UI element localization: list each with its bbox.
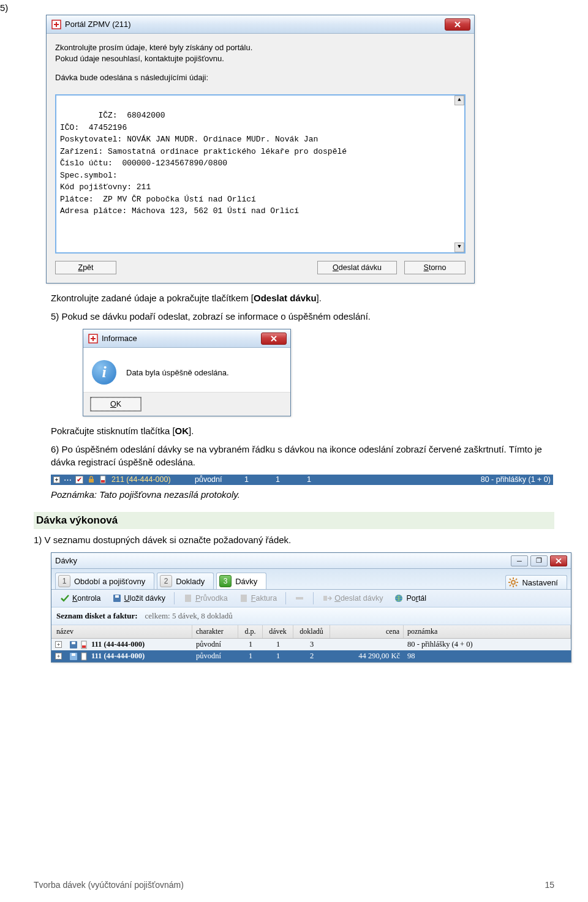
attach-icon bbox=[295, 593, 304, 603]
svg-rect-25 bbox=[82, 645, 86, 648]
row-name: 111 (44-444-000) bbox=[91, 640, 145, 649]
col-davek[interactable]: dávek bbox=[263, 625, 293, 638]
svg-rect-20 bbox=[323, 596, 327, 601]
tab-number-3: 3 bbox=[219, 575, 232, 587]
svg-rect-2 bbox=[89, 479, 94, 483]
doc-icon bbox=[99, 475, 108, 484]
window-title: Portál ZPMV (211) bbox=[65, 20, 131, 29]
expand-icon[interactable]: + bbox=[55, 641, 62, 648]
step-number-5: 5) bbox=[0, 2, 8, 13]
col-nazev[interactable]: název bbox=[51, 625, 192, 638]
tab-nastaveni[interactable]: Nastavení bbox=[505, 575, 567, 589]
tab-number-1: 1 bbox=[58, 575, 70, 587]
intro-line-3: Dávka bude odeslána s následujícími údaj… bbox=[55, 72, 466, 83]
info-message: Data byla úspěšně odeslána. bbox=[126, 368, 229, 377]
back-button[interactable]: Zpět bbox=[55, 261, 116, 274]
row-dp: 1 bbox=[238, 639, 263, 650]
scroll-up-button[interactable]: ▲ bbox=[454, 96, 464, 105]
row-davek: 1 bbox=[276, 475, 303, 484]
section-heading-vykonova: Dávka výkonová bbox=[34, 512, 554, 529]
info-close-button[interactable] bbox=[261, 333, 287, 345]
list-summary: celkem: 5 dávek, 8 dokladů bbox=[145, 611, 233, 621]
gear-icon bbox=[508, 577, 518, 587]
cancel-button[interactable]: Storno bbox=[404, 261, 466, 274]
info-icon: i bbox=[92, 360, 116, 385]
expand-icon[interactable]: + bbox=[53, 476, 60, 483]
toolbar-attach bbox=[290, 592, 309, 604]
row-character: původní bbox=[192, 639, 238, 650]
svg-rect-4 bbox=[101, 480, 105, 483]
row-cena bbox=[330, 644, 404, 645]
row-name: 211 (44-444-000) bbox=[111, 475, 191, 484]
toolbar: Kontrola Uložit dávky Průvodka Faktura bbox=[51, 590, 571, 607]
details-textarea[interactable]: IČZ: 68042000 IČO: 47452196 Poskytovatel… bbox=[55, 94, 466, 254]
close-button[interactable] bbox=[445, 18, 470, 31]
col-charakter[interactable]: charakter bbox=[192, 625, 238, 638]
tab-number-2: 2 bbox=[160, 575, 172, 587]
document-icon bbox=[183, 593, 193, 603]
doc-icon bbox=[80, 641, 89, 649]
svg-rect-29 bbox=[82, 657, 86, 660]
invoice-icon bbox=[239, 593, 249, 603]
row-dokladu: 3 bbox=[293, 639, 330, 650]
scroll-down-button[interactable]: ▼ bbox=[454, 242, 464, 252]
info-title-bar: Informace bbox=[83, 329, 290, 348]
paragraph-success-info: 5) Pokud se dávku podaří odeslat, zobraz… bbox=[51, 310, 554, 323]
check-icon bbox=[60, 593, 70, 603]
expand-icon[interactable]: + bbox=[55, 653, 62, 660]
row-davek: 1 bbox=[263, 651, 293, 661]
tab-obdobi-pojistovny[interactable]: 1 Období a pojišťovny bbox=[55, 573, 154, 589]
dialog-body: Zkontrolujte prosím údaje, které byly zí… bbox=[47, 34, 474, 283]
tab-doklady[interactable]: 2 Doklady bbox=[157, 573, 214, 589]
davky-window: Dávky ─ ❐ 1 Období a pojišťovny 2 Doklad… bbox=[51, 552, 571, 663]
toolbar-kontrola[interactable]: Kontrola bbox=[55, 592, 106, 604]
paragraph-after-send: 6) Po úspěšném odeslání dávky se na vybr… bbox=[51, 443, 554, 468]
details-content: IČZ: 68042000 IČO: 47452196 Poskytovatel… bbox=[60, 111, 347, 216]
toolbar-portal[interactable]: Portál bbox=[389, 592, 431, 604]
footer-page-number: 15 bbox=[545, 880, 554, 890]
toolbar-ulozit-davky[interactable]: Uložit dávky bbox=[107, 592, 170, 604]
minimize-button[interactable]: ─ bbox=[511, 555, 528, 566]
doc-icon bbox=[80, 652, 89, 661]
tab-davky[interactable]: 3 Dávky bbox=[216, 573, 266, 589]
globe-icon bbox=[394, 593, 404, 603]
app-icon bbox=[51, 20, 61, 29]
svg-line-11 bbox=[510, 579, 511, 580]
col-dp[interactable]: d.p. bbox=[238, 625, 263, 638]
svg-line-12 bbox=[516, 585, 517, 586]
col-poznamka[interactable]: poznámka bbox=[404, 625, 571, 638]
tree-row-selected[interactable]: + ⋯ ✔ 211 (44-444-000) původní 1 1 1 80 … bbox=[51, 475, 553, 485]
title-bar: Portál ZPMV (211) bbox=[47, 15, 474, 34]
row-dp: 1 bbox=[244, 475, 272, 484]
save-icon bbox=[112, 593, 122, 603]
row-poznamka: 80 - přihlášky (4 + 0) bbox=[404, 639, 571, 650]
toolbar-pruvodka: Průvodka bbox=[178, 592, 233, 604]
close-button[interactable] bbox=[550, 555, 567, 566]
lock-icon bbox=[87, 475, 96, 484]
disk-icon bbox=[69, 641, 78, 649]
svg-rect-17 bbox=[185, 595, 191, 602]
col-cena[interactable]: cena bbox=[330, 625, 404, 638]
intro-line-2: Pokud údaje nesouhlasí, kontaktujte poji… bbox=[55, 53, 466, 64]
davky-title: Dávky bbox=[55, 556, 77, 565]
intro-line-1: Zkontrolujte prosím údaje, které byly zí… bbox=[55, 42, 466, 53]
row-poznamka: 98 bbox=[404, 651, 571, 661]
tab-bar: 1 Období a pojišťovny 2 Doklady 3 Dávky … bbox=[51, 569, 571, 590]
row-dp: 1 bbox=[238, 651, 263, 661]
column-headers: název charakter d.p. dávek dokladů cena … bbox=[51, 625, 571, 639]
list-title: Seznam disket a faktur: bbox=[56, 611, 138, 621]
row-name: 111 (44-444-000) bbox=[91, 652, 145, 661]
svg-line-13 bbox=[516, 579, 517, 580]
row-note: 80 - přihlášky (1 + 0) bbox=[347, 475, 551, 484]
paragraph-check-data: Zkontrolujte zadané údaje a pokračujte t… bbox=[51, 292, 554, 304]
row-dokladu: 1 bbox=[307, 475, 344, 484]
ok-button[interactable]: OK bbox=[91, 397, 141, 411]
svg-line-14 bbox=[510, 585, 511, 586]
col-dokladu[interactable]: dokladů bbox=[293, 625, 330, 638]
row-character: původní bbox=[192, 651, 238, 661]
maximize-button[interactable]: ❐ bbox=[530, 555, 548, 566]
row-cena: 44 290,00 Kč bbox=[330, 651, 404, 661]
send-batch-button[interactable]: Odeslat dávku bbox=[317, 261, 397, 274]
table-row[interactable]: +111 (44-444-000)původní11380 - přihlášk… bbox=[51, 639, 571, 650]
table-row[interactable]: +111 (44-444-000)původní11244 290,00 Kč9… bbox=[51, 650, 571, 662]
